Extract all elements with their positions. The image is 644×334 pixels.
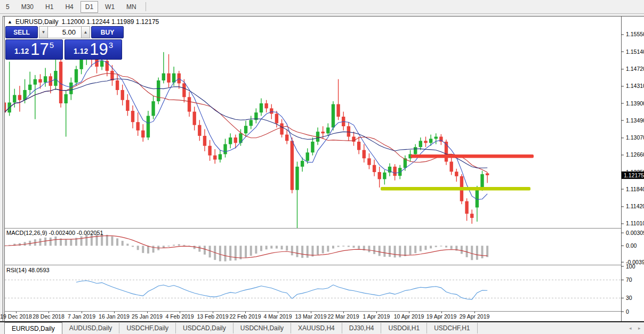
macd-histogram-bar (481, 246, 484, 258)
candle-body (34, 79, 37, 85)
buy-quote-pip: 3 (109, 40, 113, 50)
candle-body (306, 152, 309, 161)
macd-axis-tick (621, 262, 624, 263)
collapse-triangle-icon[interactable]: ▲ (7, 19, 12, 25)
candle-body (249, 120, 253, 126)
date-axis-label: 13 Feb 2019 (197, 313, 229, 320)
resistance-line[interactable] (410, 154, 534, 158)
buy-quote-prefix: 1.12 (74, 47, 88, 55)
macd-histogram-bar (276, 246, 278, 248)
timeframe-button-w1[interactable]: W1 (100, 1, 119, 13)
tab-audusd-daily[interactable]: AUDUSD,Daily (62, 323, 120, 333)
candle-body (234, 137, 237, 143)
tab-scroll-left-icon[interactable]: ◂ (629, 325, 632, 331)
chart-symbol-label: EURUSD,Daily (15, 18, 59, 26)
tab-eurusd-daily[interactable]: EURUSD,Daily (4, 322, 62, 334)
pane-separator-rsi-dates (5, 311, 621, 312)
tab-usdcnh-daily[interactable]: USDCNH,Daily (234, 323, 291, 333)
macd-histogram-bar (450, 246, 453, 249)
candle-body (131, 111, 134, 122)
window-left-border-outer (3, 16, 3, 322)
tab-usdoil-h1[interactable]: USDOil,H1 (381, 323, 427, 333)
candle-body (291, 141, 294, 190)
buy-quote-button[interactable]: 1.12 19 3 (65, 39, 122, 60)
date-axis[interactable]: 19 Dec 201828 Dec 20187 Jan 201916 Jan 2… (0, 312, 489, 320)
macd-histogram-bar (301, 246, 303, 258)
price-axis-tick (621, 223, 624, 224)
candle-body (219, 154, 222, 159)
timeframe-button-m30[interactable]: M30 (17, 1, 38, 13)
macd-histogram-bar (111, 237, 113, 246)
macd-histogram-bar (373, 246, 375, 254)
macd-histogram-bar (348, 246, 350, 247)
candle-body (208, 146, 211, 156)
macd-histogram-bar (173, 245, 175, 246)
candle-body (116, 80, 119, 90)
support-line[interactable] (381, 187, 530, 190)
macd-histogram-bar (235, 246, 237, 260)
pane-separator-highlight-1 (5, 229, 621, 229)
macd-histogram-bar (337, 246, 340, 247)
spin-down-icon: ▼ (42, 30, 46, 35)
macd-histogram-bar (106, 235, 108, 246)
candle-body (321, 132, 324, 133)
price-axis-border (621, 17, 622, 321)
buy-button[interactable]: BUY (91, 26, 124, 38)
candle-body (79, 60, 83, 69)
timeframe-button-h4[interactable]: H4 (60, 1, 78, 13)
volume-input[interactable] (48, 26, 81, 38)
macd-histogram-bar (152, 246, 155, 252)
price-axis-label: 1.15550 (626, 31, 644, 37)
candle-body (383, 173, 386, 180)
tab-scroll-right-icon[interactable]: ▸ (638, 325, 641, 331)
macd-histogram-bar (399, 246, 401, 257)
macd-histogram-bar (250, 246, 252, 256)
tab-usdchf-daily[interactable]: USDCHF,Daily (119, 323, 176, 333)
timeframe-button-m15[interactable]: 5 (1, 1, 14, 13)
timeframe-button-h1[interactable]: H1 (41, 1, 58, 13)
macd-histogram-bar (122, 241, 124, 246)
timeframe-button-mn[interactable]: MN (122, 1, 141, 13)
candle-body (476, 189, 479, 208)
macd-histogram-bar (389, 246, 391, 257)
candle-body (378, 172, 381, 179)
candle-body (147, 116, 150, 137)
volume-increase-button[interactable]: ▲ (81, 26, 90, 38)
candle-body (38, 79, 42, 83)
date-axis-label: 22 Feb 2019 (230, 313, 261, 320)
candle-wick (30, 72, 30, 95)
tab-dj30-h4[interactable]: DJ30,H4 (342, 323, 382, 333)
macd-histogram-bar (163, 246, 165, 248)
macd-histogram-bar (178, 244, 180, 246)
rsi-axis-label: 0 (626, 308, 629, 315)
candle-body (393, 167, 396, 176)
candle-body (100, 61, 103, 67)
price-axis-tick (621, 137, 624, 138)
candle-body (332, 104, 335, 128)
tab-usdchf-h1[interactable]: USDCHF,H1 (427, 323, 477, 333)
rsi-axis-label: 30 (626, 295, 632, 301)
window-left-border-inner (4, 16, 5, 322)
sell-button[interactable]: SELL (5, 26, 38, 38)
rsi-axis-label: 70 (626, 276, 632, 283)
tab-usdcad-daily[interactable]: USDCAD,Daily (176, 323, 234, 333)
price-axis-tick (621, 103, 624, 104)
macd-histogram-bar (471, 246, 473, 260)
volume-decrease-button[interactable]: ▼ (39, 26, 48, 38)
macd-histogram-bar (445, 246, 447, 247)
sell-quote-button[interactable]: 1.12 17 5 (5, 39, 63, 60)
candle-body (182, 83, 186, 97)
price-axis-label: 1.15140 (626, 48, 644, 55)
price-axis-tick (621, 206, 624, 207)
chart-tab-bar: EURUSD,Daily AUDUSD,Daily USDCHF,Daily U… (0, 322, 644, 334)
candle-body (280, 124, 283, 135)
date-axis-label: 4 Mar 2019 (263, 313, 292, 320)
price-axis-label: 1.14720 (626, 66, 644, 72)
tab-xauusd-h4[interactable]: XAUUSD,H4 (291, 323, 342, 333)
macd-histogram-bar (219, 246, 221, 261)
timeframe-button-d1[interactable]: D1 (80, 1, 98, 13)
macd-histogram-bar (194, 246, 196, 249)
candle-body (414, 147, 417, 154)
macd-histogram-bar (147, 246, 149, 254)
macd-histogram-bar (414, 246, 416, 253)
